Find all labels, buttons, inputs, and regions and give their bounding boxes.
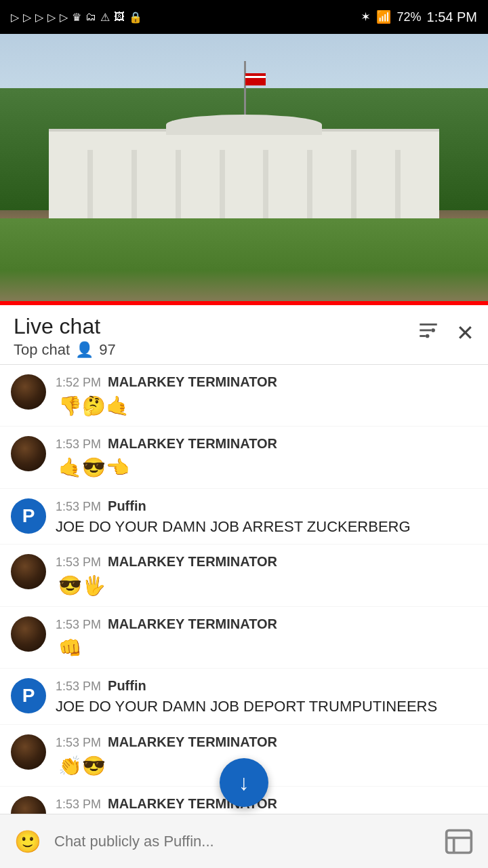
message-text: JOE DO YOUR DAMN JOB ARREST ZUCKERBERG bbox=[56, 517, 474, 538]
viewer-count: 97 bbox=[99, 341, 115, 359]
message-meta: 1:53 PMMALARKEY TERMINATOR bbox=[56, 554, 474, 570]
message-time: 1:53 PM bbox=[56, 736, 101, 750]
message-text: 👎🤔🤙 bbox=[56, 393, 474, 419]
chat-header-left: Live chat Top chat 👤 97 bbox=[14, 315, 116, 359]
message-text: 😎🖐 bbox=[56, 572, 474, 599]
clock: 1:54 PM bbox=[427, 9, 477, 25]
column-2 bbox=[131, 150, 137, 224]
svg-point-3 bbox=[431, 328, 435, 332]
message-emojis: 👊 bbox=[58, 637, 82, 658]
message-meta: 1:53 PMMALARKEY TERMINATOR bbox=[56, 436, 474, 452]
column-6 bbox=[307, 150, 312, 224]
message-time: 1:53 PM bbox=[56, 437, 101, 452]
message-text: 👊 bbox=[56, 635, 474, 661]
app-icon-2: ▷ bbox=[23, 11, 31, 24]
system-icons: ✶ 📶 72% 1:54 PM bbox=[361, 9, 477, 25]
scroll-to-bottom-button[interactable]: ↓ bbox=[220, 758, 268, 807]
emoji-button[interactable]: 🙂 bbox=[11, 825, 45, 859]
message-text: 🤙😎👈 bbox=[56, 454, 474, 481]
chat-message: 1:52 PMMALARKEY TERMINATOR👎🤔🤙 bbox=[0, 365, 488, 427]
flag bbox=[245, 73, 266, 85]
message-author: Puffin bbox=[108, 678, 146, 694]
building-columns bbox=[68, 150, 420, 224]
message-emojis: 😎🖐 bbox=[58, 575, 106, 596]
building-dome bbox=[166, 115, 322, 135]
message-meta: 1:52 PMMALARKEY TERMINATOR bbox=[56, 374, 474, 390]
battery-icon: 72% bbox=[396, 10, 421, 24]
chat-sub-header: Top chat 👤 97 bbox=[14, 341, 116, 359]
avatar bbox=[11, 436, 46, 471]
message-emojis: 👎🤔🤙 bbox=[58, 395, 129, 416]
app-icon-7: 🗂 bbox=[85, 11, 96, 23]
person-icon: 👤 bbox=[75, 341, 94, 359]
notification-icons: ▷ ▷ ▷ ▷ ▷ ♛ 🗂 ⚠ 🖼 🔒 bbox=[11, 11, 142, 24]
lawn bbox=[0, 218, 488, 305]
chat-message: P1:53 PMPuffinJOE DO YOUR DAMN JOB ARRES… bbox=[0, 489, 488, 545]
chat-message: P1:53 PMPuffinJOE DO YOUR DAMN JOB DEPOR… bbox=[0, 669, 488, 725]
message-body: 1:53 PMMALARKEY TERMINATOR😎🖐 bbox=[56, 554, 474, 599]
column-8 bbox=[395, 150, 401, 224]
bluetooth-icon: ✶ bbox=[361, 9, 371, 24]
app-icon-5: ▷ bbox=[60, 11, 68, 24]
message-meta: 1:53 PMPuffin bbox=[56, 678, 474, 694]
message-meta: 1:53 PMMALARKEY TERMINATOR bbox=[56, 734, 474, 750]
white-house-building bbox=[49, 129, 439, 224]
app-icon-8: ⚠ bbox=[100, 11, 110, 24]
filter-icon[interactable] bbox=[417, 319, 440, 347]
message-author: MALARKEY TERMINATOR bbox=[108, 616, 277, 632]
message-body: 1:53 PMMALARKEY TERMINATOR👊 bbox=[56, 616, 474, 661]
avatar bbox=[11, 554, 46, 589]
message-author: MALARKEY TERMINATOR bbox=[108, 554, 277, 570]
svg-rect-5 bbox=[447, 830, 472, 852]
app-icon-6: ♛ bbox=[72, 11, 81, 24]
chat-header-actions: ✕ bbox=[417, 315, 474, 347]
message-author: MALARKEY TERMINATOR bbox=[108, 374, 277, 390]
column-1 bbox=[87, 150, 93, 224]
column-5 bbox=[263, 150, 268, 224]
message-meta: 1:53 PMPuffin bbox=[56, 498, 474, 514]
wifi-icon: 📶 bbox=[376, 9, 391, 24]
column-3 bbox=[176, 150, 181, 224]
message-author: MALARKEY TERMINATOR bbox=[108, 436, 277, 452]
avatar: P bbox=[11, 678, 46, 713]
emoji-icon: 🙂 bbox=[14, 829, 41, 854]
message-time: 1:53 PM bbox=[56, 797, 101, 812]
message-emojis: 🤙😎👈 bbox=[58, 457, 129, 478]
avatar bbox=[11, 734, 46, 770]
app-icon-3: ▷ bbox=[35, 11, 43, 24]
svg-point-4 bbox=[426, 334, 430, 338]
column-4 bbox=[220, 150, 225, 224]
close-chat-button[interactable]: ✕ bbox=[456, 320, 474, 346]
app-icon-1: ▷ bbox=[11, 11, 19, 24]
avatar: P bbox=[11, 498, 46, 534]
video-player[interactable] bbox=[0, 34, 488, 305]
chat-message: 1:53 PMMALARKEY TERMINATOR👊 bbox=[0, 607, 488, 669]
message-text: JOE DO YOUR DAMN JOB DEPORT TRUMPUTINEER… bbox=[56, 696, 474, 717]
message-meta: 1:53 PMMALARKEY TERMINATOR bbox=[56, 796, 474, 812]
top-chat-label[interactable]: Top chat bbox=[14, 341, 70, 359]
chat-input[interactable] bbox=[54, 824, 431, 859]
app-icon-4: ▷ bbox=[47, 11, 56, 24]
message-time: 1:53 PM bbox=[56, 555, 101, 570]
message-time: 1:53 PM bbox=[56, 500, 101, 514]
column-7 bbox=[351, 150, 357, 224]
message-body: 1:53 PMMALARKEY TERMINATOR🤙😎👈 bbox=[56, 436, 474, 481]
message-author: MALARKEY TERMINATOR bbox=[108, 734, 277, 750]
message-body: 1:53 PMPuffinJOE DO YOUR DAMN JOB DEPORT… bbox=[56, 678, 474, 717]
chat-message: 1:53 PMMALARKEY TERMINATOR😎🖐 bbox=[0, 545, 488, 606]
message-emojis: 👏😎 bbox=[58, 755, 106, 776]
app-icon-10: 🔒 bbox=[129, 11, 142, 24]
avatar bbox=[11, 374, 46, 410]
status-bar: ▷ ▷ ▷ ▷ ▷ ♛ 🗂 ⚠ 🖼 🔒 ✶ 📶 72% 1:54 PM bbox=[0, 0, 488, 34]
send-message-button[interactable] bbox=[441, 823, 477, 860]
message-time: 1:53 PM bbox=[56, 679, 101, 694]
message-author: Puffin bbox=[108, 498, 146, 514]
video-thumbnail bbox=[0, 34, 488, 305]
message-body: 1:52 PMMALARKEY TERMINATOR👎🤔🤙 bbox=[56, 374, 474, 419]
youtube-progress-bar bbox=[0, 301, 488, 305]
app-icon-9: 🖼 bbox=[114, 11, 125, 23]
message-body: 1:53 PMPuffinJOE DO YOUR DAMN JOB ARREST… bbox=[56, 498, 474, 538]
avatar bbox=[11, 616, 46, 652]
chat-header: Live chat Top chat 👤 97 ✕ bbox=[0, 305, 488, 365]
message-time: 1:52 PM bbox=[56, 376, 101, 390]
